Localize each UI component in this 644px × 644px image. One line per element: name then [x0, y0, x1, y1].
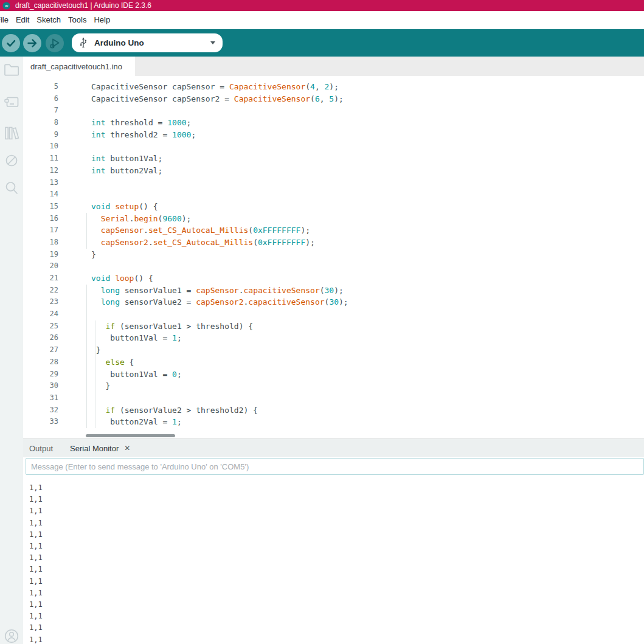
code-line: 20 [23, 260, 644, 272]
editor-tab-strip: draft_capacitivetouch1.ino [23, 57, 644, 76]
code-line: 7 [23, 105, 644, 117]
code-line: 10 [23, 140, 644, 153]
verify-button[interactable] [2, 34, 20, 52]
indent-guide [86, 285, 87, 428]
line-number: 23 [23, 296, 58, 308]
window-title: draft_capacitivetouch1 | Arduino IDE 2.3… [15, 0, 151, 11]
menu-bar: FileEditSketchToolsHelp [0, 11, 644, 29]
menu-item-file[interactable]: File [0, 11, 12, 29]
code-editor[interactable]: 5CapacitiveSensor capSensor = Capacitive… [23, 76, 644, 439]
line-number: 12 [23, 165, 58, 177]
arduino-ide-window: ∞ draft_capacitivetouch1 | Arduino IDE 2… [0, 0, 644, 644]
code-line: 16 Serial.begin(9600); [23, 213, 644, 225]
serial-output-line: 1,1 [29, 587, 644, 599]
toolbar: Arduino Uno [0, 29, 644, 57]
line-number: 19 [23, 249, 58, 261]
serial-output-line: 1,1 [29, 529, 644, 541]
arduino-app-icon: ∞ [2, 2, 10, 10]
code-line: 15void setup() { [23, 201, 644, 213]
line-number: 20 [23, 260, 58, 272]
serial-monitor-output[interactable]: 1,11,11,11,11,11,11,11,11,11,11,11,11,11… [23, 476, 644, 644]
line-number: 15 [23, 201, 58, 213]
code-line: 30 } [23, 380, 644, 392]
tab-output[interactable]: Output [29, 444, 53, 453]
menu-item-help[interactable]: Help [90, 11, 114, 29]
editor-tab-label: draft_capacitivetouch1.ino [30, 62, 122, 71]
line-number: 22 [23, 285, 58, 297]
code-line: 5CapacitiveSensor capSensor = Capacitive… [23, 81, 644, 93]
serial-output-line: 1,1 [29, 611, 644, 622]
line-number: 5 [23, 81, 58, 93]
checkmark-icon [2, 34, 20, 52]
upload-button[interactable] [23, 34, 41, 52]
code-line: 33 button2Val = 1; [23, 416, 644, 428]
code-line: 6CapacitiveSensor capSensor2 = Capacitiv… [23, 93, 644, 105]
code-line: 26 button1Val = 1; [23, 332, 644, 344]
board-selector-label: Arduino Uno [94, 38, 144, 47]
code-line: 19} [23, 249, 644, 261]
library-manager-icon[interactable] [4, 125, 19, 141]
menu-item-edit[interactable]: Edit [12, 11, 33, 29]
serial-message-input[interactable] [26, 458, 644, 475]
chevron-down-icon [210, 41, 215, 44]
boards-manager-icon[interactable] [4, 95, 19, 109]
sketchbook-folder-icon[interactable] [4, 63, 19, 76]
menu-item-tools[interactable]: Tools [64, 11, 90, 29]
code-line: 13 [23, 177, 644, 189]
search-icon[interactable] [4, 180, 19, 196]
line-number: 32 [23, 404, 58, 417]
line-number: 10 [23, 140, 58, 153]
code-line: 9int threshold2 = 1000; [23, 129, 644, 141]
tab-serial-monitor[interactable]: Serial Monitor ✕ [70, 444, 130, 453]
svg-text:∞: ∞ [4, 3, 9, 9]
code-line: 18 capSensor2.set_CS_AutocaL_Millis(0xFF… [23, 237, 644, 249]
line-number: 27 [23, 344, 58, 356]
serial-message-row [23, 457, 644, 476]
line-number: 21 [23, 272, 58, 285]
code-line: 25 if (sensorValue1 > threshold) { [23, 320, 644, 333]
serial-output-line: 1,1 [29, 599, 644, 611]
menu-item-sketch[interactable]: Sketch [33, 11, 64, 29]
line-number: 11 [23, 153, 58, 165]
close-icon[interactable]: ✕ [124, 444, 130, 452]
line-number: 28 [23, 356, 58, 369]
code-line: 23 long sensorValue2 = capSensor2.capaci… [23, 296, 644, 308]
code-line: 8int threshold = 1000; [23, 117, 644, 129]
board-selector[interactable]: Arduino Uno [72, 33, 223, 52]
line-number: 26 [23, 332, 58, 344]
serial-output-line: 1,1 [29, 505, 644, 517]
serial-output-line: 1,1 [29, 482, 644, 494]
code-line: 28 else { [23, 356, 644, 369]
debug-icon[interactable] [4, 153, 19, 168]
debug-button[interactable] [46, 34, 64, 52]
serial-output-line: 1,1 [29, 564, 644, 575]
editor-horizontal-scrollbar[interactable] [86, 434, 175, 437]
line-number: 9 [23, 129, 58, 141]
serial-output-line: 1,1 [29, 518, 644, 529]
code-line: 12int button2Val; [23, 165, 644, 177]
usb-icon [78, 37, 88, 49]
line-number: 25 [23, 320, 58, 333]
activity-sidebar [0, 57, 23, 644]
title-bar: ∞ draft_capacitivetouch1 | Arduino IDE 2… [0, 0, 644, 11]
code-line: 29 button1Val = 0; [23, 369, 644, 381]
code-line: 11int button1Val; [23, 153, 644, 165]
serial-output-line: 1,1 [29, 576, 644, 587]
code-line: 32 if (sensorValue2 > threshold2) { [23, 404, 644, 417]
line-number: 31 [23, 392, 58, 404]
code-line: 31 [23, 392, 644, 404]
line-number: 13 [23, 177, 58, 189]
debug-play-icon [46, 34, 64, 52]
line-number: 18 [23, 237, 58, 249]
code-line: 17 capSensor.set_CS_AutocaL_Millis(0xFFF… [23, 224, 644, 237]
account-icon[interactable] [4, 629, 19, 643]
line-number: 30 [23, 380, 58, 392]
code-line: 27 } [23, 344, 644, 356]
line-number: 33 [23, 416, 58, 428]
serial-output-line: 1,1 [29, 552, 644, 564]
line-number: 7 [23, 105, 58, 117]
serial-output-line: 1,1 [29, 622, 644, 634]
editor-tab[interactable]: draft_capacitivetouch1.ino [23, 57, 135, 76]
code-line: 24 [23, 308, 644, 320]
arrow-right-icon [23, 34, 41, 52]
